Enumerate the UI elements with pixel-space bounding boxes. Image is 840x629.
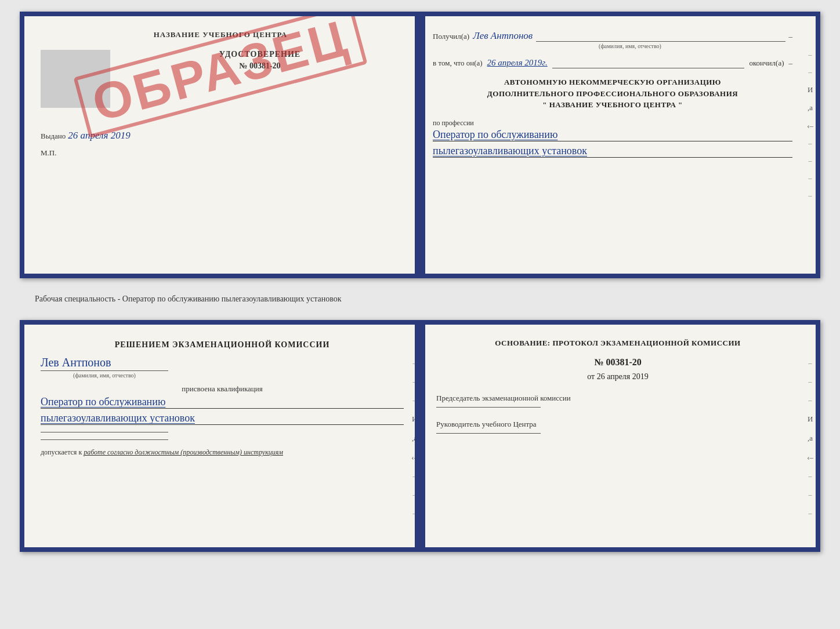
qualification-line1: Оператор по обслуживанию [41,396,404,409]
org-line2: ДОПОЛНИТЕЛЬНОГО ПРОФЕССИОНАЛЬНОГО ОБРАЗО… [433,88,792,100]
bottom-left-page: Решением экзаменационной комиссии Лев Ан… [24,325,420,547]
side-dash-4: – [809,157,812,164]
br-dash-4: – [809,472,812,479]
right-decorations: – – И ,а ‹– – – – – [807,51,813,199]
br-dash-5: – [809,491,812,498]
profession-label: по профессии [433,119,792,128]
br-dash-6: – [809,510,812,517]
blank-line-1 [41,432,168,432]
date-block: в том, что он(а) 26 апреля 2019г. окончи… [433,57,792,68]
middle-text: Рабочая специальность - Оператор по обсл… [12,289,828,310]
decision-title: Решением экзаменационной комиссии [41,339,404,351]
side-dash-6: – [809,192,812,199]
org-line3: " НАЗВАНИЕ УЧЕБНОГО ЦЕНТРА " [433,99,792,111]
director-signature-line [436,433,541,434]
basis-title: Основание: протокол экзаменационной коми… [436,339,799,348]
issued-block: Выдано 26 апреля 2019 [41,130,400,141]
bottom-document-spread: Решением экзаменационной комиссии Лев Ан… [20,320,820,552]
bottom-right-page: Основание: протокол экзаменационной коми… [420,325,816,547]
profession-block: по профессии Оператор по обслуживанию пы… [433,119,792,158]
book-spine [415,16,425,274]
mp-label: М.П. [41,148,400,158]
side-label-i: И [808,86,813,93]
recipient-label: Получил(а) [433,32,469,41]
basis-label: Основание: протокол экзаменационной коми… [495,339,740,347]
chairman-label: Председатель экзаменационной комиссии [436,393,799,403]
bottom-right-decorations: – – – И ,а ‹– – – – [807,359,813,517]
br-label-l: ‹– [807,453,813,461]
br-dash-1: – [809,359,812,366]
date-underline [552,57,745,68]
fio-sublabel-top: (фамилия, имя, отчество) [468,43,792,49]
protocol-date-value: 26 апреля 2019 [597,372,649,381]
org-line1: АВТОНОМНУЮ НЕКОММЕРЧЕСКУЮ ОРГАНИЗАЦИЮ [433,77,792,88]
bottom-book-spine [415,325,425,547]
issued-label: Выдано [41,132,66,140]
dash2: – [789,59,793,68]
side-dash-1: – [809,51,812,58]
side-label-a: ,а [808,104,813,111]
cert-type-label: УДОСТОВЕРЕНИЕ [120,50,400,59]
top-document-spread: НАЗВАНИЕ УЧЕБНОГО ЦЕНТРА УДОСТОВЕРЕНИЕ №… [20,12,820,278]
issued-date: 26 апреля 2019 [68,130,130,141]
profession-line2: пылегазоулавливающих установок [433,145,792,158]
decision-name: Лев Антпонов [41,356,404,369]
decision-fio-label: (фамилия, имя, отчество) [41,370,168,379]
profession-line1: Оператор по обслуживанию [433,129,792,141]
chairman-signature-line [436,407,541,408]
in-that-label: в том, что он(а) [433,59,483,68]
org-block: АВТОНОМНУЮ НЕКОММЕРЧЕСКУЮ ОРГАНИЗАЦИЮ ДО… [433,77,792,111]
top-left-page: НАЗВАНИЕ УЧЕБНОГО ЦЕНТРА УДОСТОВЕРЕНИЕ №… [24,16,417,274]
br-dash-3: – [809,397,812,403]
date-prefix: от [587,372,595,381]
allowed-block: допускается к работе согласно должностны… [41,448,404,457]
completion-date: 26 апреля 2019г. [487,58,548,68]
allowed-value: работе согласно должностным (производств… [84,448,283,456]
allowed-label: допускается к [41,448,82,456]
blank-line-2 [41,439,168,440]
school-name-top: НАЗВАНИЕ УЧЕБНОГО ЦЕНТРА [41,30,400,39]
qualification-line2: пылегазоулавливающих установок [41,412,404,425]
recipient-name: Лев Антпонов [473,30,533,42]
chairman-block: Председатель экзаменационной комиссии [436,393,799,408]
assigned-label: присвоена квалификация [41,384,404,394]
br-label-i: И [808,415,813,423]
cert-number: № 00381-20 [120,61,400,71]
dash1: – [789,32,793,41]
protocol-number: № 00381-20 [436,357,799,368]
br-dash-2: – [809,378,812,385]
side-dash-2: – [809,68,812,75]
finished-label: окончил(а) [749,59,784,68]
protocol-date-block: от 26 апреля 2019 [436,372,799,381]
side-dash-3: – [809,140,812,147]
recipient-underline [536,31,785,42]
side-dash-5: – [809,174,812,181]
photo-placeholder [41,50,110,108]
top-right-page: Получил(а) Лев Антпонов – (фамилия, имя,… [417,16,816,274]
recipient-block: Получил(а) Лев Антпонов – [433,30,792,42]
director-block: Руководитель учебного Центра [436,419,799,434]
br-label-a: ,а [808,434,813,442]
director-label: Руководитель учебного Центра [436,419,799,430]
side-label-l: ‹– [807,122,813,129]
